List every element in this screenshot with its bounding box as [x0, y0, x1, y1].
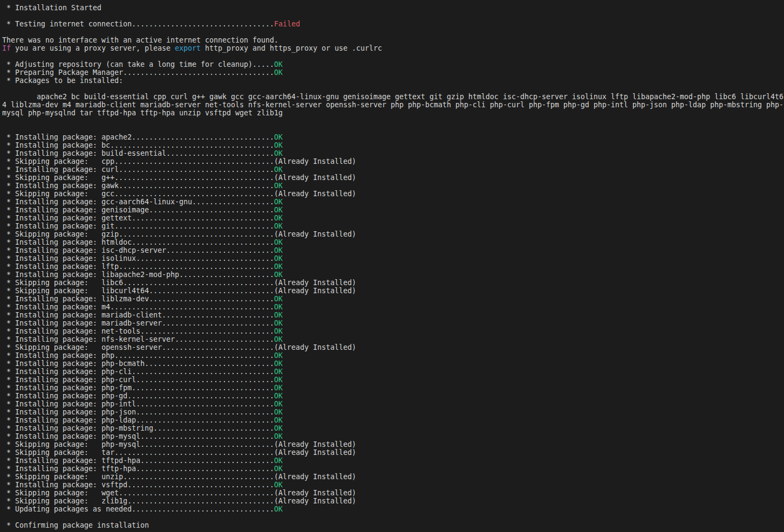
package-status: (Already Installed)	[274, 190, 356, 198]
dot-leader: .............................	[149, 295, 274, 303]
package-name: curl	[101, 165, 119, 174]
dot-leader: ................................	[136, 465, 274, 473]
terminal-line: There was no interface with an active in…	[2, 36, 784, 44]
terminal-line: * Installing package: tftp-hpa..........…	[2, 465, 784, 473]
package-name: libcurl4t64	[101, 287, 149, 295]
package-status: OK	[274, 262, 283, 271]
package-name: git	[101, 222, 114, 230]
package-name: php-intl	[101, 400, 136, 408]
package-action: * Installing package:	[2, 416, 101, 424]
terminal-line: * Installing package: curl..............…	[2, 165, 784, 174]
package-action: * Installing package:	[2, 384, 101, 392]
package-status: OK	[274, 246, 283, 254]
terminal-line: * Installing package: build-essential...…	[2, 149, 784, 157]
dot-leader: .................................	[132, 133, 274, 141]
terminal-line: * Skipping package: gcc.................…	[2, 190, 784, 198]
terminal-line: apache2 bc build-essential cpp curl g++ …	[2, 93, 784, 101]
status-label: * Adjusting repository (can take a long …	[2, 60, 252, 68]
dot-leader: ................................	[136, 254, 274, 262]
package-action: * Installing package:	[2, 335, 101, 343]
package-name: cpp	[101, 157, 114, 165]
terminal-line: * Skipping package: php-mysql...........…	[2, 440, 784, 448]
terminal-line: * Skipping package: libcurl4t64.........…	[2, 287, 784, 295]
terminal-line: * Updating packages as needed...........…	[2, 505, 784, 513]
terminal-line: * Skipping package: tar.................…	[2, 448, 784, 457]
terminal-line: * Installing package: php-json..........…	[2, 408, 784, 416]
dot-leader: .................................	[132, 384, 274, 392]
package-action: * Installing package:	[2, 392, 101, 400]
package-action: * Installing package:	[2, 295, 101, 303]
dot-leader: .................................	[132, 20, 274, 28]
terminal-line: * Skipping package: libc6...............…	[2, 279, 784, 287]
package-name: gawk	[101, 182, 119, 190]
package-action: * Skipping package:	[2, 279, 101, 287]
terminal-text: * Confirming package installation	[2, 521, 149, 529]
package-name: lftp	[101, 262, 119, 271]
package-name: php-cli	[101, 368, 132, 376]
terminal-line: * Skipping package: zlib1g..............…	[2, 497, 784, 505]
package-status: OK	[274, 368, 283, 376]
terminal-line: * Installing package: gettext...........…	[2, 214, 784, 222]
package-action: * Skipping package:	[2, 174, 101, 182]
terminal-line: mysql php-mysqlnd tar tftpd-hpa tftp-hpa…	[2, 109, 784, 117]
terminal-line: * Installing package: lftp..............…	[2, 262, 784, 271]
dot-leader: .....................................	[114, 157, 274, 165]
package-action: * Installing package:	[2, 432, 101, 440]
package-status: OK	[274, 182, 283, 190]
package-name: libapache2-mod-php	[101, 271, 179, 279]
package-name: bc	[101, 141, 110, 149]
dot-leader: ...................................	[123, 473, 274, 481]
package-name: php-fpm	[101, 384, 132, 392]
package-name: php-json	[101, 408, 136, 416]
package-name: mariadb-client	[101, 311, 162, 319]
dot-leader: .....................................	[114, 174, 274, 182]
dot-leader: ......................	[179, 271, 274, 279]
terminal-line: * Adjusting repository (can take a long …	[2, 60, 784, 68]
package-action: * Installing package:	[2, 206, 101, 214]
package-status: (Already Installed)	[274, 230, 356, 238]
package-action: * Installing package:	[2, 149, 101, 157]
dot-leader: ............................	[153, 424, 274, 432]
package-name: genisoimage	[101, 206, 149, 214]
terminal-line: * Installing package: tftpd-hpa.........…	[2, 457, 784, 465]
terminal-line: * Installation Started	[2, 4, 784, 12]
terminal-line: * Installing package: apache2...........…	[2, 133, 784, 141]
package-action: * Installing package:	[2, 376, 101, 384]
package-status: OK	[274, 481, 283, 489]
dot-leader: ................................	[136, 408, 274, 416]
dot-leader: ......................................	[110, 303, 274, 311]
dot-leader: ....................................	[119, 230, 274, 238]
terminal-blank-line	[2, 52, 784, 60]
dot-leader: .....................................	[114, 190, 274, 198]
package-status: OK	[274, 376, 283, 384]
terminal-blank-line	[2, 117, 784, 125]
terminal-line: * Installing package: m4................…	[2, 303, 784, 311]
package-action: * Skipping package:	[2, 473, 101, 481]
package-action: * Installing package:	[2, 457, 101, 465]
package-status: OK	[274, 327, 283, 335]
dot-leader: .....	[252, 60, 274, 68]
package-action: * Installing package:	[2, 141, 101, 149]
dot-leader: ....................................	[119, 262, 274, 271]
dot-leader: ..........................	[162, 311, 274, 319]
package-action: * Installing package:	[2, 481, 101, 489]
terminal-line: * Installing package: isc-dhcp-server...…	[2, 246, 784, 254]
package-status: (Already Installed)	[274, 473, 356, 481]
package-name: gettext	[101, 214, 132, 222]
package-action: * Skipping package:	[2, 157, 101, 165]
status-label: * Preparing Package Manager	[2, 68, 123, 77]
dot-leader: ...............................	[140, 440, 274, 448]
package-action: * Installing package:	[2, 408, 101, 416]
package-action: * Skipping package:	[2, 448, 101, 457]
package-status: OK	[274, 384, 283, 392]
terminal-line: * Installing package: php-gd............…	[2, 392, 784, 400]
dot-leader: ..................................	[127, 497, 274, 505]
terminal-line: * Installing package: php-mbstring......…	[2, 424, 784, 432]
package-action: * Skipping package:	[2, 497, 101, 505]
terminal-line: * Installing package: mariadb-client....…	[2, 311, 784, 319]
terminal-line: * Skipping package: openssh-server......…	[2, 343, 784, 351]
terminal-line: 4 liblzma-dev m4 mariadb-client mariadb-…	[2, 101, 784, 109]
package-action: * Installing package:	[2, 246, 101, 254]
package-status: OK	[274, 214, 283, 222]
package-name: gzip	[101, 230, 119, 238]
